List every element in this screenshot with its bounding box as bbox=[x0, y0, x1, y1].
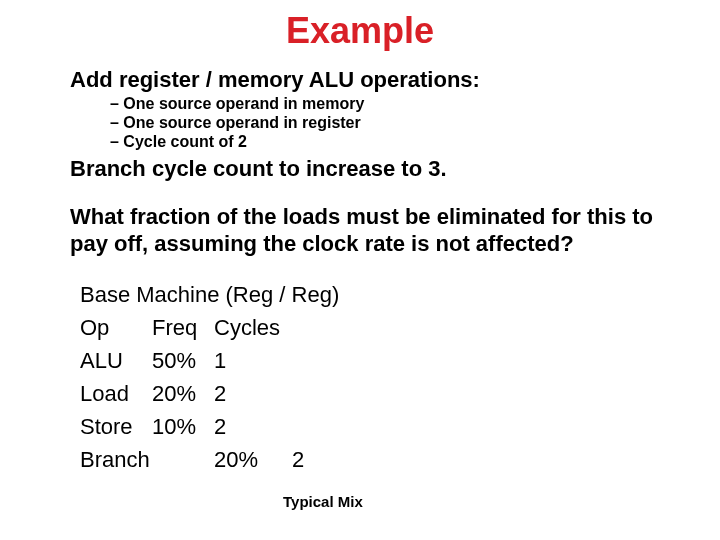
table-header-row: OpFreqCycles bbox=[80, 311, 660, 344]
cell-cycles: 1 bbox=[214, 344, 226, 377]
cell-cycles: 2 bbox=[214, 410, 226, 443]
base-machine-table: Base Machine (Reg / Reg) OpFreqCycles AL… bbox=[80, 278, 660, 476]
bullet-cycle-count: – Cycle count of 2 bbox=[110, 132, 660, 151]
bullet-operand-register: – One source operand in register bbox=[110, 113, 660, 132]
table-row: Branch20%2 bbox=[80, 443, 660, 476]
cell-freq: 10% bbox=[152, 410, 214, 443]
table-caption: Base Machine (Reg / Reg) bbox=[80, 278, 660, 311]
slide-body: Add register / memory ALU operations: – … bbox=[70, 66, 660, 476]
table-row: Load20%2 bbox=[80, 377, 660, 410]
heading-branch-cycle: Branch cycle count to increase to 3. bbox=[70, 155, 660, 183]
col-op-header: Op bbox=[80, 311, 152, 344]
heading-add-ops: Add register / memory ALU operations: bbox=[70, 66, 660, 94]
cell-cycles: 2 bbox=[292, 443, 304, 476]
cell-freq: 20% bbox=[152, 377, 214, 410]
cell-op: Branch bbox=[80, 443, 214, 476]
cell-op: Load bbox=[80, 377, 152, 410]
table-row: Store10%2 bbox=[80, 410, 660, 443]
cell-freq: 50% bbox=[152, 344, 214, 377]
slide-title: Example bbox=[0, 10, 720, 52]
table-row: ALU50%1 bbox=[80, 344, 660, 377]
slide: Example Add register / memory ALU operat… bbox=[0, 0, 720, 540]
col-freq-header: Freq bbox=[152, 311, 214, 344]
col-cycles-header: Cycles bbox=[214, 311, 280, 344]
footer-typical-mix: Typical Mix bbox=[283, 493, 363, 510]
cell-op: Store bbox=[80, 410, 152, 443]
question-text: What fraction of the loads must be elimi… bbox=[70, 203, 660, 258]
bullet-operand-memory: – One source operand in memory bbox=[110, 94, 660, 113]
cell-freq: 20% bbox=[214, 443, 292, 476]
cell-cycles: 2 bbox=[214, 377, 226, 410]
cell-op: ALU bbox=[80, 344, 152, 377]
